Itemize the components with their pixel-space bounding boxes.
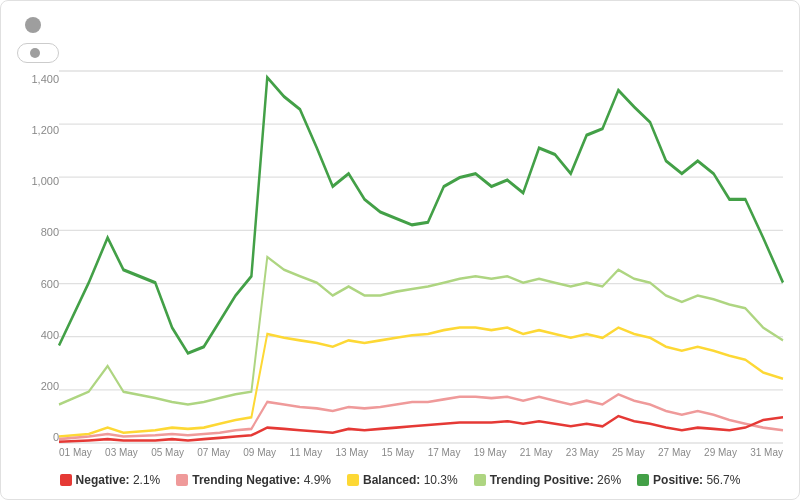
y-axis: 1,4001,2001,0008006004002000: [17, 71, 59, 465]
x-axis-label: 31 May: [750, 447, 783, 465]
legend-color: [176, 474, 188, 486]
legend-text: Negative: 2.1%: [76, 473, 161, 487]
y-axis-label: 1,200: [31, 124, 59, 136]
y-axis-label: 800: [41, 226, 59, 238]
y-axis-label: 600: [41, 278, 59, 290]
legend-item: Balanced: 10.3%: [347, 473, 458, 487]
legend-color: [474, 474, 486, 486]
legend-text: Trending Negative: 4.9%: [192, 473, 331, 487]
legend-text: Trending Positive: 26%: [490, 473, 621, 487]
card-header: [17, 17, 783, 33]
info-icon[interactable]: [25, 17, 41, 33]
x-axis-label: 03 May: [105, 447, 138, 465]
x-axis-label: 13 May: [335, 447, 368, 465]
x-axis-label: 01 May: [59, 447, 92, 465]
legend-item: Positive: 56.7%: [637, 473, 740, 487]
sentiment-timeline-card: 1,4001,2001,0008006004002000: [0, 0, 800, 500]
x-axis-label: 29 May: [704, 447, 737, 465]
legend-color: [347, 474, 359, 486]
header-left: [17, 17, 41, 33]
x-axis-label: 23 May: [566, 447, 599, 465]
x-axis-label: 11 May: [289, 447, 322, 465]
bottom-legend: Negative: 2.1%Trending Negative: 4.9%Bal…: [17, 473, 783, 487]
balanced-line: [59, 328, 783, 437]
legend-text: Balanced: 10.3%: [363, 473, 458, 487]
trending-positive-line: [59, 257, 783, 405]
legend-color: [60, 474, 72, 486]
y-axis-label: 1,000: [31, 175, 59, 187]
x-axis-label: 25 May: [612, 447, 645, 465]
positive-line: [59, 77, 783, 353]
x-axis-label: 09 May: [243, 447, 276, 465]
legend-text: Positive: 56.7%: [653, 473, 740, 487]
chart-inner: 01 May03 May05 May07 May09 May11 May13 M…: [59, 71, 783, 465]
legend-color: [637, 474, 649, 486]
y-axis-label: 400: [41, 329, 59, 341]
y-axis-label: 200: [41, 380, 59, 392]
y-axis-label: 1,400: [31, 73, 59, 85]
chart-lines: [59, 71, 783, 443]
x-axis-label: 27 May: [658, 447, 691, 465]
x-axis-label: 15 May: [382, 447, 415, 465]
x-axis-label: 19 May: [474, 447, 507, 465]
filter-dot: [30, 48, 40, 58]
chart-svg-container: [59, 71, 783, 443]
legend-item: Trending Positive: 26%: [474, 473, 621, 487]
x-axis-label: 21 May: [520, 447, 553, 465]
legend-item: Trending Negative: 4.9%: [176, 473, 331, 487]
x-axis-label: 05 May: [151, 447, 184, 465]
legend-item: Negative: 2.1%: [60, 473, 161, 487]
filter-pill[interactable]: [17, 43, 59, 63]
x-axis-label: 07 May: [197, 447, 230, 465]
x-axis-label: 17 May: [428, 447, 461, 465]
x-axis: 01 May03 May05 May07 May09 May11 May13 M…: [59, 443, 783, 465]
chart-area: 1,4001,2001,0008006004002000: [17, 71, 783, 465]
